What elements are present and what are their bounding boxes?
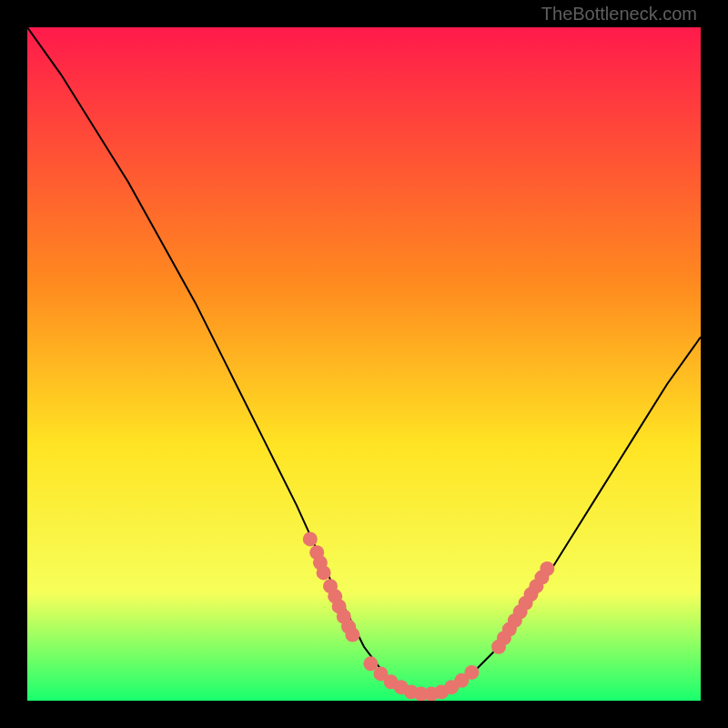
watermark-text: TheBottleneck.com	[541, 4, 697, 25]
data-dot	[345, 628, 359, 642]
data-dot	[464, 665, 479, 680]
data-dot	[303, 531, 318, 546]
plot-svg	[27, 27, 701, 701]
plot-area	[27, 27, 701, 701]
gradient-background	[27, 27, 701, 701]
frame-left	[0, 0, 27, 728]
data-dot	[540, 561, 554, 576]
data-dot	[317, 565, 331, 580]
frame-right	[701, 0, 728, 728]
frame-bottom	[0, 701, 728, 728]
chart-stage: TheBottleneck.com	[0, 0, 728, 728]
